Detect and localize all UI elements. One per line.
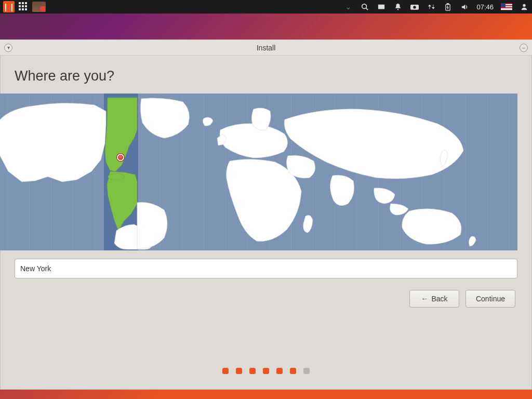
nav-buttons: ← Back Continue (15, 290, 517, 308)
window-title: Install (12, 44, 520, 52)
progress-dot (276, 368, 283, 374)
volume-icon[interactable] (460, 2, 469, 11)
svg-rect-2 (378, 5, 384, 9)
chevron-down-icon[interactable]: ⌄ (343, 2, 353, 11)
progress-dots (0, 368, 532, 374)
timezone-input[interactable] (15, 259, 517, 278)
window-minimize-button[interactable]: – (520, 44, 528, 52)
progress-dot (290, 368, 296, 374)
svg-rect-7 (447, 3, 449, 4)
location-marker-icon[interactable] (117, 154, 124, 161)
svg-point-9 (108, 174, 125, 180)
world-map-svg (0, 94, 517, 250)
search-icon[interactable] (360, 2, 369, 11)
svg-point-5 (414, 6, 416, 8)
progress-dot (263, 368, 269, 374)
apps-grid-icon[interactable] (19, 2, 28, 11)
svg-point-8 (523, 4, 525, 7)
arrow-left-icon: ← (421, 295, 428, 303)
progress-dot (222, 368, 229, 374)
continue-button-label: Continue (476, 295, 505, 303)
camera-icon[interactable] (410, 2, 419, 11)
launcher-icon[interactable]: ❘❘ (3, 1, 15, 12)
installer-content: Where are you? (0, 56, 532, 84)
back-button-label: Back (431, 295, 447, 303)
window-menu-button[interactable]: ▾ (4, 44, 12, 52)
user-icon[interactable] (520, 2, 529, 11)
clock[interactable]: 07:46 (476, 3, 494, 11)
back-button[interactable]: ← Back (409, 290, 459, 308)
topbar-left: ❘❘ (3, 1, 46, 12)
form-area: ← Back Continue (0, 250, 532, 308)
progress-dot (303, 368, 310, 374)
progress-dot (249, 368, 256, 374)
page-heading: Where are you? (15, 68, 517, 84)
keyboard-layout-flag-icon[interactable] (501, 3, 512, 10)
network-icon[interactable] (427, 2, 436, 11)
window-titlebar[interactable]: ▾ Install – (0, 40, 532, 56)
progress-dot (236, 368, 242, 374)
system-topbar: ❘❘ ⌄ 07:46 (0, 0, 532, 14)
workspace-icon[interactable] (377, 2, 386, 11)
topbar-tray: ⌄ 07:46 (343, 2, 529, 11)
svg-line-1 (366, 8, 368, 10)
continue-button[interactable]: Continue (466, 290, 515, 308)
svg-point-3 (397, 9, 398, 10)
notifications-icon[interactable] (393, 2, 403, 11)
timezone-map[interactable] (0, 94, 517, 250)
installer-taskbar-icon[interactable] (32, 2, 46, 12)
svg-point-0 (362, 4, 367, 9)
battery-icon[interactable] (443, 2, 453, 11)
installer-window: ▾ Install – Where are you? (0, 39, 532, 390)
